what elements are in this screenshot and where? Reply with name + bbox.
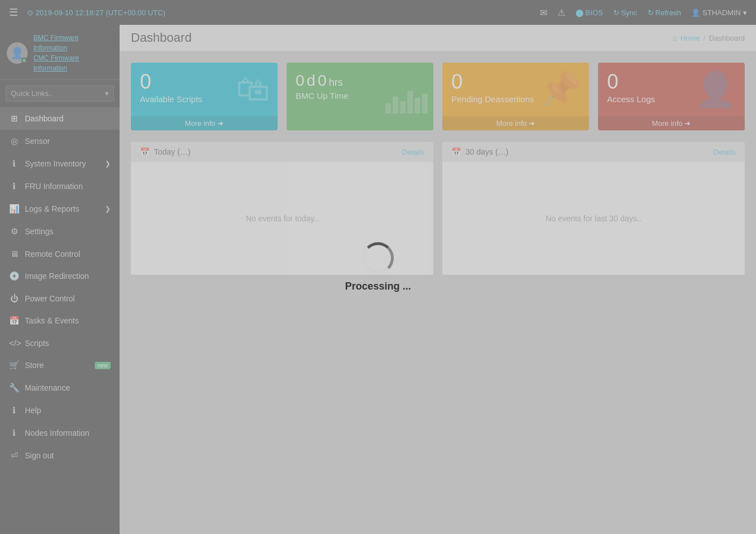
processing-overlay: Processing ...	[0, 0, 756, 534]
processing-text: Processing ...	[345, 281, 411, 292]
loading-spinner	[362, 242, 394, 274]
